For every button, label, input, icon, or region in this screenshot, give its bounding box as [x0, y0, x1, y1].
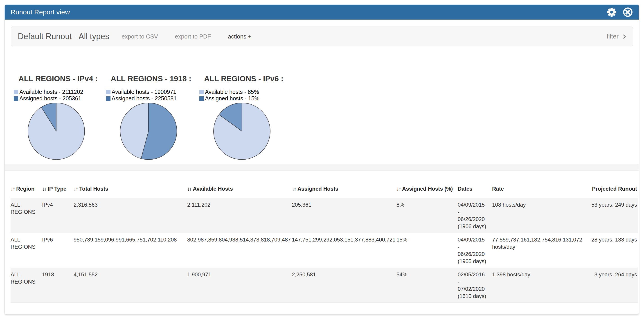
sort-icon: ↓↑ — [10, 186, 15, 192]
col-header-region[interactable]: ↓↑Region — [10, 182, 42, 198]
legend-item: Assigned hosts - 15% — [199, 95, 290, 102]
pie-svg — [120, 102, 178, 160]
sort-icon: ↓↑ — [292, 186, 296, 192]
sort-icon: ↓↑ — [187, 186, 191, 192]
cell-ip-type: IPv4 — [42, 198, 74, 233]
col-header-ip-type[interactable]: ↓↑IP Type — [42, 182, 74, 198]
titlebar-icons — [606, 7, 633, 17]
export-csv-link[interactable]: export to CSV — [122, 33, 158, 40]
table-row: ALL REGIONSIPv6950,739,159,096,991,665,7… — [10, 233, 638, 268]
cell-assigned-hosts: 205,361 — [292, 198, 396, 233]
col-header-assigned-hosts[interactable]: ↓↑Assigned Hosts — [292, 182, 396, 198]
section-divider — [5, 164, 638, 170]
cell-total-hosts: 950,739,159,096,991,665,751,702,110,208 — [74, 233, 187, 268]
pie-chart-ipv4: ALL REGIONS - IPv4 : Available hosts - 2… — [14, 74, 105, 160]
table-header: ↓↑Region↓↑IP Type↓↑Total Hosts↓↑Availabl… — [10, 182, 638, 198]
actions-menu-button[interactable]: actions + — [228, 33, 251, 40]
cell-rate: 77,559,737,161,182,754,816,131,072 hosts… — [492, 233, 591, 268]
col-header-dates: Dates — [458, 182, 492, 198]
pie-svg — [213, 102, 271, 160]
cell-region: ALL REGIONS — [10, 268, 42, 303]
cell-assigned-hosts-pct: 54% — [396, 268, 458, 303]
chart-legend: Available hosts - 2111202 Assigned hosts… — [14, 89, 105, 102]
cell-total-hosts: 4,151,552 — [74, 268, 187, 303]
col-header-rate: Rate — [492, 182, 591, 198]
legend-swatch-available — [106, 90, 110, 94]
legend-label: Available hosts - 2111202 — [19, 89, 83, 95]
cell-available-hosts: 1,900,971 — [187, 268, 292, 303]
legend-label: Assigned hosts - 15% — [205, 95, 260, 102]
close-circle-icon[interactable] — [622, 7, 633, 17]
legend-swatch-available — [199, 90, 204, 94]
cell-region: ALL REGIONS — [10, 198, 42, 233]
cell-projected-runout: 53 years, 249 days — [591, 198, 638, 233]
report-title: Default Runout - All types — [18, 32, 109, 41]
legend-swatch-assigned — [199, 96, 204, 101]
window-title: Runout Report view — [10, 8, 70, 16]
cell-available-hosts: 2,111,202 — [187, 198, 292, 233]
chart-title: ALL REGIONS - 1918 : — [106, 74, 197, 83]
legend-swatch-assigned — [14, 96, 18, 101]
legend-item: Assigned hosts - 2250581 — [106, 95, 197, 102]
col-header-available-hosts[interactable]: ↓↑Available Hosts — [187, 182, 292, 198]
legend-item: Assigned hosts - 205361 — [14, 95, 105, 102]
cell-dates: 04/09/2015 - 06/26/2020 (1905 days) — [458, 233, 492, 268]
cell-assigned-hosts: 147,751,299,292,053,151,377,883,400,721 — [292, 233, 396, 268]
cell-assigned-hosts-pct: 15% — [396, 233, 458, 268]
window-titlebar: Runout Report view — [5, 5, 639, 20]
cell-total-hosts: 2,316,563 — [74, 198, 187, 233]
legend-item: Available hosts - 85% — [199, 89, 290, 95]
pie-chart-1918: ALL REGIONS - 1918 : Available hosts - 1… — [106, 74, 197, 160]
export-pdf-link[interactable]: export to PDF — [175, 33, 211, 40]
table-row: ALL REGIONS19184,151,5521,900,9712,250,5… — [10, 268, 638, 303]
cell-dates: 02/05/2016 - 07/02/2020 (1610 days) — [458, 268, 492, 303]
legend-swatch-available — [14, 90, 18, 94]
legend-label: Available hosts - 1900971 — [112, 89, 176, 95]
legend-label: Assigned hosts - 2250581 — [112, 95, 177, 102]
sort-icon: ↓↑ — [396, 186, 400, 192]
chart-title: ALL REGIONS - IPv6 : — [199, 74, 290, 83]
cell-projected-runout: 28 years, 133 days — [591, 233, 638, 268]
legend-label: Assigned hosts - 205361 — [19, 95, 81, 102]
runout-report-panel: Runout Report view — [4, 4, 639, 314]
col-header-total-hosts[interactable]: ↓↑Total Hosts — [74, 182, 187, 198]
gear-icon[interactable] — [606, 7, 617, 17]
cell-region: ALL REGIONS — [10, 233, 42, 268]
cell-assigned-hosts-pct: 8% — [396, 198, 458, 233]
pie-chart-ipv6: ALL REGIONS - IPv6 : Available hosts - 8… — [199, 74, 290, 160]
filter-label: filter — [607, 33, 618, 40]
filter-toggle[interactable]: filter — [607, 33, 626, 40]
cell-available-hosts: 802,987,859,804,938,514,373,818,709,487 — [187, 233, 292, 268]
col-header-projected-runout: Projected Runout — [591, 182, 638, 198]
cell-ip-type: IPv6 — [42, 233, 74, 268]
legend-swatch-assigned — [106, 96, 110, 101]
legend-label: Available hosts - 85% — [205, 89, 259, 95]
table-row: ALL REGIONSIPv42,316,5632,111,202205,361… — [10, 198, 638, 233]
chart-legend: Available hosts - 85% Assigned hosts - 1… — [199, 89, 290, 102]
legend-item: Available hosts - 2111202 — [14, 89, 105, 95]
cell-rate: 1,398 hosts/day — [492, 268, 591, 303]
sort-icon: ↓↑ — [42, 186, 46, 192]
report-toolbar: Default Runout - All types export to CSV… — [11, 26, 633, 46]
cell-projected-runout: 3 years, 264 days — [591, 268, 638, 303]
runout-table: ↓↑Region↓↑IP Type↓↑Total Hosts↓↑Availabl… — [10, 182, 638, 303]
sort-icon: ↓↑ — [74, 186, 78, 192]
legend-item: Available hosts - 1900971 — [106, 89, 197, 95]
chevron-right-icon — [622, 34, 626, 38]
chart-title: ALL REGIONS - IPv4 : — [14, 74, 105, 83]
chart-legend: Available hosts - 1900971 Assigned hosts… — [106, 89, 197, 102]
col-header-assigned-hosts-pct[interactable]: ↓↑Assigned Hosts (%) — [396, 182, 458, 198]
cell-dates: 04/09/2015 - 06/26/2020 (1906 days) — [458, 198, 492, 233]
cell-assigned-hosts: 2,250,581 — [292, 268, 396, 303]
pie-svg — [27, 102, 85, 160]
cell-rate: 108 hosts/day — [492, 198, 591, 233]
cell-ip-type: 1918 — [42, 268, 74, 303]
